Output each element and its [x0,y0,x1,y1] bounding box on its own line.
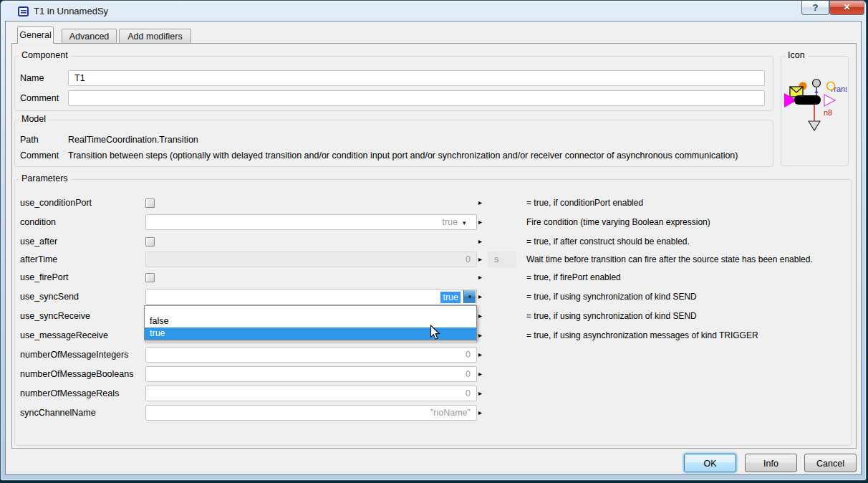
param-row-numberOfMessageReals: numberOfMessageReals ▸ [0,386,868,401]
modifier-arrow-icon[interactable]: ▸ [478,254,482,265]
param-row-numberOfMessageBooleans: numberOfMessageBooleans ▸ [0,366,868,382]
modifier-arrow-icon[interactable]: ▸ [478,236,482,247]
chevron-down-icon[interactable]: ▾ [463,219,466,226]
dropdown-item-true[interactable]: true [145,327,476,340]
name-input[interactable] [68,70,765,86]
param-row-use_conditionPort: use_conditionPort ▸ = true, if condition… [0,199,868,214]
param-description: = true, if conditionPort enabled [526,195,643,211]
path-value: RealTimeCoordination.Transition [68,132,198,148]
close-button[interactable]: ✕ [829,1,864,15]
output-arrow-icon [824,95,835,106]
model-comment-value: Transition between steps (optionally wit… [68,148,738,163]
tab-advanced[interactable]: Advanced [62,29,117,44]
parameters-group-legend: Parameters [19,173,71,184]
dialog-icon [18,6,29,17]
use_conditionPort-checkbox[interactable] [145,199,155,208]
modifier-arrow-icon[interactable]: ▸ [478,330,482,341]
use_firePort-checkbox[interactable] [145,273,155,282]
modifier-arrow-icon[interactable]: ▸ [478,216,482,228]
sync-port-icon [813,80,821,87]
chevron-down-icon: ▾ [468,293,472,300]
close-icon: ✕ [843,2,850,12]
modifier-arrow-icon[interactable]: ▸ [478,272,482,283]
ring-port-icon [827,82,835,90]
combo-dropdown-button[interactable]: ▾ [463,290,476,303]
param-row-use_firePort: use_firePort ▸ = true, if firePort enabl… [0,273,868,289]
use_syncSend-combobox[interactable]: true ▾ [145,289,477,305]
param-row-use_syncSend: use_syncSend true ▾ ▸ = true, if using s… [0,289,868,305]
param-description: = true, if using synchronization of kind… [526,308,697,324]
ok-button[interactable]: OK [684,454,736,472]
modifier-arrow-icon[interactable]: ▸ [478,407,482,419]
tab-add-modifiers[interactable]: Add modifiers [119,29,191,44]
param-description: Wait time before transition can fire aft… [526,252,813,267]
path-label: Path [20,132,39,148]
title-bar[interactable]: T1 in UnnamedSy ? ✕ [1,1,867,22]
use_syncSend-dropdown-list: false true [144,305,477,340]
tab-general[interactable]: General [17,27,54,44]
modifier-arrow-icon[interactable]: ▸ [478,291,482,302]
dropdown-empty-space [145,306,476,315]
param-description: = true, if using synchronization of kind… [526,289,697,305]
unit-label: s [488,252,516,267]
param-label: afterTime [20,252,57,267]
param-label: use_syncSend [20,289,79,305]
transition-icon-preview: Trans n8 [782,59,847,163]
model-comment-label: Comment [20,148,59,163]
modifier-arrow-icon[interactable]: ▸ [478,368,482,380]
param-row-condition: condition ▾ ▸ Fire condition (time varyi… [0,214,868,230]
param-description: Fire condition (time varying Boolean exp… [526,214,710,230]
param-label: use_messageReceive [20,327,108,343]
name-label: Name [20,70,44,86]
param-label: syncChannelName [20,405,96,421]
syncChannelName-input[interactable] [145,405,477,421]
combo-selected-value: true [440,292,460,303]
numberOfMessageReals-input[interactable] [145,386,477,401]
param-description: = true, if firePort enabled [526,269,621,285]
down-arrow-icon [809,121,820,130]
param-label: numberOfMessageIntegers [20,347,128,363]
param-row-syncChannelName: syncChannelName ▸ [0,405,868,421]
component-group-legend: Component [19,50,71,61]
comment-input[interactable] [68,90,765,106]
transition-bar-icon [794,95,821,105]
modifier-arrow-icon[interactable]: ▸ [478,310,482,322]
cancel-button[interactable]: Cancel [804,454,857,472]
numberOfMessageBooleans-input[interactable] [145,366,477,382]
param-row-afterTime: afterTime ▸ s Wait time before transitio… [0,252,868,267]
dropdown-item-false[interactable]: false [145,315,476,327]
param-description: = true, if after construct should be ena… [526,234,690,249]
help-button[interactable]: ? [801,1,829,15]
window-title: T1 in UnnamedSy [34,6,108,16]
modifier-arrow-icon[interactable]: ▸ [478,349,482,360]
param-label: numberOfMessageReals [20,386,119,401]
numberOfMessageIntegers-input[interactable] [145,347,477,363]
comment-label: Comment [20,90,59,106]
param-row-numberOfMessageIntegers: numberOfMessageIntegers ▸ [0,347,868,363]
afterTime-input [145,252,477,267]
param-label: use_conditionPort [20,195,92,211]
modifier-arrow-icon[interactable]: ▸ [478,197,482,209]
svg-text:n8: n8 [824,108,832,117]
param-label: use_syncReceive [20,308,90,324]
use_after-checkbox[interactable] [145,237,155,247]
param-row-use_after: use_after ▸ = true, if after construct s… [0,237,868,253]
help-icon: ? [813,2,819,13]
mouse-cursor [430,325,441,344]
param-label: numberOfMessageBooleans [20,366,133,382]
param-label: use_after [20,234,57,249]
param-description: = true, if using asynchronization messag… [526,327,758,343]
modifier-arrow-icon[interactable]: ▸ [478,388,482,399]
param-label: condition [20,214,56,230]
info-button[interactable]: Info [745,454,797,472]
param-label: use_firePort [20,269,68,285]
condition-input[interactable] [145,214,477,230]
model-group-legend: Model [19,114,49,125]
